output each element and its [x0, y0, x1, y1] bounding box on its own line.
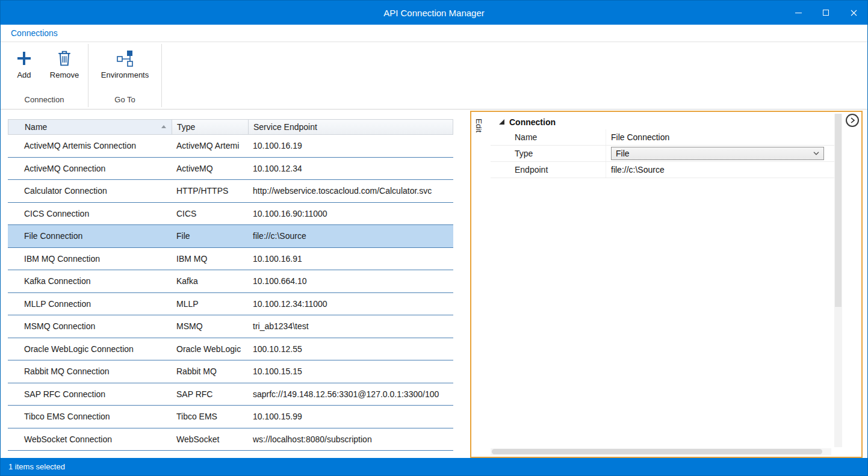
dropdown-chevron-icon — [813, 152, 819, 155]
table-row[interactable]: Calculator Connection HTTP/HTTPS http://… — [8, 180, 453, 203]
plus-icon — [15, 49, 33, 67]
app-window: API Connection Manager Connections Add — [0, 0, 868, 476]
table-row[interactable]: WebSocket Connection WebSocket ws://loca… — [8, 428, 453, 451]
table-row[interactable]: MSMQ Connection MSMQ tri_ab1234\test — [8, 315, 453, 338]
remove-button[interactable]: Remove — [45, 48, 84, 79]
environments-icon — [116, 49, 135, 67]
column-header-name[interactable]: Name — [8, 120, 172, 134]
ribbon: Add Remove Connection — [1, 42, 867, 110]
expander-icon — [499, 119, 504, 125]
cell-endpoint: 10.100.664.10 — [248, 270, 453, 292]
table-row[interactable]: Oracle WebLogic Connection Oracle WebLog… — [8, 338, 453, 361]
cell-name: SAP RFC Connection — [8, 383, 172, 406]
cell-endpoint: 10.100.12.34:11000 — [248, 293, 453, 315]
environments-button-label: Environments — [101, 70, 149, 79]
chevron-right-icon — [849, 117, 856, 124]
property-group-header[interactable]: Connection — [491, 114, 835, 129]
table-row[interactable]: Kafka Connection Kafka 10.100.664.10 — [8, 270, 453, 293]
cell-type: MLLP — [172, 293, 248, 315]
connections-table: Name Type Service Endpoint ActiveMQ Arte… — [8, 119, 453, 451]
cell-type: IBM MQ — [172, 248, 248, 270]
table-row[interactable]: Tibco EMS Connection Tibco EMS 10.100.15… — [8, 406, 453, 428]
cell-name: ActiveMQ Connection — [8, 158, 172, 180]
table-row[interactable]: CICS Connection CICS 10.100.16.90:11000 — [8, 203, 453, 226]
minimize-icon — [795, 13, 802, 13]
property-row-name: Name File Connection — [491, 129, 835, 146]
window-title: API Connection Manager — [1, 8, 867, 18]
table-row[interactable]: ActiveMQ Connection ActiveMQ 10.100.12.3… — [8, 158, 453, 181]
cell-name: File Connection — [8, 225, 172, 247]
endpoint-value-text: file://c:\Source — [611, 165, 665, 175]
vertical-scrollbar-thumb[interactable] — [835, 114, 842, 307]
table-row[interactable]: MLLP Connection MLLP 10.100.12.34:11000 — [8, 293, 453, 316]
column-header-type-label: Type — [177, 122, 195, 132]
tab-connections[interactable]: Connections — [11, 28, 58, 38]
cell-endpoint: 10.100.16.19 — [248, 135, 453, 157]
cell-name: MLLP Connection — [8, 293, 172, 315]
ribbon-group-label-goto: Go To — [88, 95, 161, 109]
cell-endpoint: 10.100.15.99 — [248, 406, 453, 428]
cell-name: CICS Connection — [8, 203, 172, 225]
horizontal-scrollbar[interactable] — [491, 448, 831, 455]
column-header-type[interactable]: Type — [172, 120, 249, 134]
cell-type: Kafka — [172, 270, 248, 292]
close-icon — [851, 10, 857, 16]
property-grid: Connection Name File Connection Type Fil… — [491, 114, 835, 178]
table-row[interactable]: ActiveMQ Artemis Connection ActiveMQ Art… — [8, 135, 453, 158]
property-value-name[interactable]: File Connection — [606, 129, 835, 145]
add-button[interactable]: Add — [4, 48, 44, 79]
table-row[interactable]: SAP RFC Connection SAP RFC saprfc://149.… — [8, 383, 453, 406]
vertical-scrollbar[interactable] — [834, 114, 842, 447]
horizontal-scrollbar-thumb[interactable] — [492, 449, 822, 454]
cell-name: Tibco EMS Connection — [8, 406, 172, 428]
property-row-type: Type File — [491, 146, 835, 162]
cell-endpoint: 100.10.12.55 — [248, 338, 453, 360]
cell-endpoint: 10.100.16.91 — [248, 248, 453, 270]
property-row-endpoint: Endpoint file://c:\Source — [491, 162, 835, 178]
table-row[interactable]: Rabbit MQ Connection Rabbit MQ 10.100.15… — [8, 360, 453, 383]
property-value-type: File — [606, 146, 835, 161]
status-text: 1 items selected — [8, 462, 65, 471]
cell-type: Rabbit MQ — [172, 360, 248, 383]
table-row[interactable]: IBM MQ Connection IBM MQ 10.100.16.91 — [8, 248, 453, 271]
property-label-endpoint: Endpoint — [491, 162, 606, 178]
cell-endpoint: file://c:\Source — [248, 225, 453, 247]
name-value-text: File Connection — [611, 132, 669, 142]
collapse-panel-button[interactable] — [846, 114, 859, 127]
cell-type: HTTP/HTTPS — [172, 180, 248, 202]
cell-endpoint: http://webservice.toscacloud.com/Calcula… — [248, 180, 453, 202]
cell-endpoint: ws://localhost:8080/subscription — [248, 428, 453, 451]
minimize-button[interactable] — [784, 1, 812, 25]
sort-ascending-icon — [161, 125, 166, 128]
cell-name: WebSocket Connection — [8, 428, 172, 451]
cell-name: MSMQ Connection — [8, 315, 172, 338]
edit-tab[interactable]: Edit — [474, 119, 483, 132]
column-header-endpoint[interactable]: Service Endpoint — [249, 120, 453, 134]
window-controls — [784, 1, 867, 25]
environments-button[interactable]: Environments — [93, 48, 157, 79]
type-dropdown[interactable]: File — [611, 147, 824, 160]
status-bar: 1 items selected — [1, 458, 867, 475]
cell-endpoint: 10.100.16.90:11000 — [248, 203, 453, 225]
property-value-endpoint[interactable]: file://c:\Source — [606, 162, 835, 178]
cell-type: WebSocket — [172, 428, 248, 451]
column-header-name-label: Name — [25, 122, 47, 132]
type-dropdown-value: File — [616, 149, 630, 158]
ribbon-group-connection: Add Remove Connection — [1, 42, 88, 109]
maximize-button[interactable] — [812, 1, 840, 25]
cell-name: ActiveMQ Artemis Connection — [8, 135, 172, 157]
close-button[interactable] — [840, 1, 867, 25]
property-label-type: Type — [491, 146, 606, 161]
menubar: Connections — [1, 25, 867, 42]
cell-name: IBM MQ Connection — [8, 248, 172, 270]
cell-endpoint: 10.100.12.34 — [248, 158, 453, 180]
property-label-name: Name — [491, 129, 606, 145]
ribbon-separator — [161, 44, 162, 107]
table-header: Name Type Service Endpoint — [8, 119, 453, 135]
table-row[interactable]: File Connection File file://c:\Source — [8, 225, 453, 248]
cell-endpoint: saprfc://149.148.12.56:3301@127.0.0.1:33… — [248, 383, 453, 406]
cell-type: SAP RFC — [172, 383, 248, 406]
ribbon-group-label-connection: Connection — [1, 95, 88, 109]
add-button-label: Add — [17, 70, 31, 79]
cell-type: MSMQ — [172, 315, 248, 338]
